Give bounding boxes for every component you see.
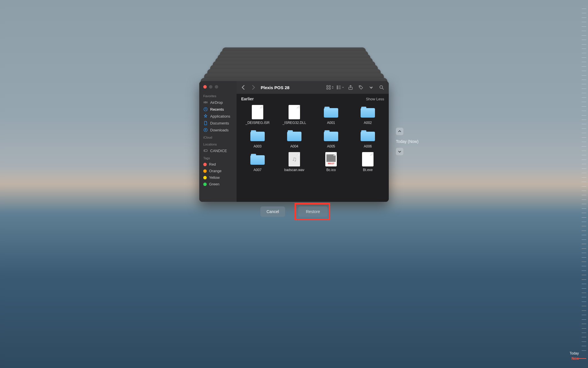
timeline-tick xyxy=(582,31,586,31)
timeline-tick xyxy=(582,310,586,311)
sidebar-item-airdrop[interactable]: AirDrop xyxy=(199,99,237,106)
sidebar-item-label: Recents xyxy=(210,107,224,112)
timeline-tick xyxy=(582,111,586,111)
file-label: Bt.exe xyxy=(363,168,373,172)
timeline-tick xyxy=(582,146,586,147)
file-item[interactable]: _DEISREG.ISR xyxy=(239,104,276,126)
sidebar-item-documents[interactable]: Documents xyxy=(199,120,237,126)
minimize-window-button[interactable] xyxy=(209,85,212,89)
timeline-tick xyxy=(582,26,586,27)
folder-icon xyxy=(250,154,265,165)
sidebar-item-label: Applications xyxy=(210,114,230,118)
file-item[interactable]: A006 xyxy=(350,128,386,150)
tag-dot-icon xyxy=(203,163,207,166)
sidebar-item-applications[interactable]: Applications xyxy=(199,113,237,120)
apps-icon xyxy=(203,114,208,118)
timeline-tick xyxy=(582,231,586,231)
tag-dot-icon xyxy=(203,176,207,179)
timeline-tick xyxy=(582,168,586,169)
timeline-tick xyxy=(582,284,586,284)
file-label: _DEISREG.ISR xyxy=(245,121,270,125)
cancel-button[interactable]: Cancel xyxy=(260,206,285,217)
zoom-window-button[interactable] xyxy=(215,85,218,89)
timeline-tick xyxy=(582,257,586,258)
file-item[interactable]: 363127Bc.ico xyxy=(313,151,349,173)
forward-button[interactable] xyxy=(250,84,257,91)
timeline-tick xyxy=(582,53,586,53)
timeline[interactable] xyxy=(579,9,586,351)
timeline-tick xyxy=(582,115,586,116)
timeline-tick xyxy=(582,40,586,40)
timeline-tick xyxy=(582,93,586,93)
file-label: A002 xyxy=(364,121,372,125)
file-item[interactable]: badscan.wav xyxy=(276,151,312,173)
folder-icon xyxy=(361,107,375,118)
timemachine-nav: Today (Now) xyxy=(396,128,419,155)
timeline-tick xyxy=(582,271,586,271)
document-icon xyxy=(362,152,374,166)
view-icons-button[interactable] xyxy=(326,84,334,91)
timemachine-prev-button[interactable] xyxy=(396,128,403,135)
timeline-tick xyxy=(582,49,586,49)
timeline-tick xyxy=(582,208,586,209)
airdrop-icon xyxy=(203,100,208,105)
sidebar-tag-yellow[interactable]: Yellow xyxy=(199,174,237,181)
timeline-tick xyxy=(582,177,586,178)
svg-rect-10 xyxy=(337,87,338,88)
file-item[interactable]: A002 xyxy=(350,104,386,126)
sidebar-item-candice[interactable]: CANDICE xyxy=(199,147,237,154)
svg-rect-11 xyxy=(337,88,338,89)
file-item[interactable]: A005 xyxy=(313,128,349,150)
finder-main: Plexis POS 28 Earlie xyxy=(237,81,389,202)
timeline-tick xyxy=(582,217,586,218)
svg-point-0 xyxy=(205,102,206,103)
sidebar-tag-red[interactable]: Red xyxy=(199,161,237,168)
timeline-tick xyxy=(582,266,586,266)
file-label: A005 xyxy=(327,144,335,148)
show-less-button[interactable]: Show Less xyxy=(366,97,384,101)
timeline-tick xyxy=(582,129,586,129)
timeline-tick xyxy=(582,213,586,213)
sidebar-item-downloads[interactable]: Downloads xyxy=(199,126,237,133)
document-icon xyxy=(289,105,300,119)
timeline-tick xyxy=(582,97,586,98)
file-item[interactable]: A003 xyxy=(239,128,276,150)
timeline-tick xyxy=(582,164,586,164)
sidebar-item-label: AirDrop xyxy=(210,100,223,105)
close-window-button[interactable] xyxy=(203,85,207,89)
more-button[interactable] xyxy=(368,84,375,91)
folder-icon xyxy=(287,130,301,141)
sidebar-section-tags: Tags xyxy=(199,154,237,161)
disk-icon xyxy=(203,148,208,153)
restore-button[interactable]: Restore xyxy=(298,206,328,217)
timemachine-next-button[interactable] xyxy=(396,148,403,155)
timeline-tick xyxy=(582,195,586,195)
back-button[interactable] xyxy=(240,84,247,91)
timeline-tick xyxy=(582,239,586,240)
file-item[interactable]: Bt.exe xyxy=(350,151,386,173)
tag-dot-icon xyxy=(203,169,207,173)
sidebar-tag-orange[interactable]: Orange xyxy=(199,168,237,174)
toolbar: Plexis POS 28 xyxy=(237,81,389,94)
timeline-tick xyxy=(582,120,586,120)
tag-button[interactable] xyxy=(357,84,365,91)
timemachine-current-label: Today (Now) xyxy=(396,138,419,145)
timeline-tick xyxy=(582,133,586,133)
folder-icon xyxy=(361,130,375,141)
file-item[interactable]: _ISREG32.DLL xyxy=(276,104,312,126)
file-item[interactable]: A007 xyxy=(239,151,276,173)
group-button[interactable] xyxy=(336,84,344,91)
share-button[interactable] xyxy=(347,84,354,91)
file-item[interactable]: A001 xyxy=(313,104,349,126)
sidebar-tag-green[interactable]: Green xyxy=(199,181,237,187)
sidebar-section-icloud: iCloud xyxy=(199,133,237,140)
file-label: A007 xyxy=(254,168,262,172)
search-button[interactable] xyxy=(378,84,385,91)
timeline-tick xyxy=(582,18,586,18)
tag-dot-icon xyxy=(203,183,207,186)
timeline-tick xyxy=(582,235,586,235)
timeline-tick xyxy=(582,137,586,138)
file-item[interactable]: A004 xyxy=(276,128,312,150)
sidebar-item-label: Yellow xyxy=(209,175,220,180)
sidebar-item-recents[interactable]: Recents xyxy=(199,106,237,113)
